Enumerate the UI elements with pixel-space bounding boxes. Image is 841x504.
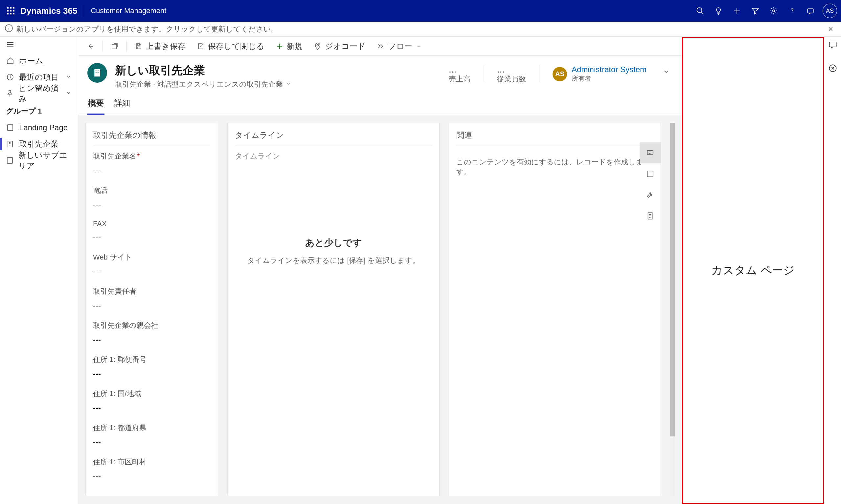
- chevron-down-icon: [286, 80, 291, 89]
- form-field[interactable]: 取引先責任者---: [93, 286, 210, 311]
- divider: [84, 5, 84, 16]
- main-content: 上書き保存 保存して閉じる 新規 ジオコード フロー: [78, 37, 682, 504]
- stat-label: 従業員数: [497, 74, 526, 84]
- record-title: 新しい取引先企業: [115, 63, 441, 78]
- field-value[interactable]: ---: [93, 402, 210, 413]
- svg-rect-25: [647, 171, 653, 177]
- page-icon: [6, 156, 14, 165]
- open-new-window-button[interactable]: [106, 39, 123, 53]
- form-field[interactable]: 住所 1: 都道府県---: [93, 423, 210, 447]
- svg-rect-14: [7, 125, 13, 131]
- svg-rect-17: [112, 44, 117, 49]
- new-button[interactable]: 新規: [271, 39, 307, 53]
- pane-close-icon[interactable]: [828, 64, 837, 74]
- flow-icon: [377, 42, 385, 50]
- user-avatar[interactable]: AS: [823, 4, 837, 18]
- field-value[interactable]: ---: [93, 266, 210, 276]
- rail-panel-icon[interactable]: [640, 163, 660, 184]
- rail-doc-icon[interactable]: [640, 205, 660, 227]
- geocode-button[interactable]: ジオコード: [309, 39, 370, 53]
- nav-label: 取引先企業: [19, 139, 58, 149]
- form-field[interactable]: 電話---: [93, 185, 210, 210]
- site-map: ホーム 最近の項目 ピン留め済み グループ 1 Landing Page 取引先…: [0, 37, 78, 504]
- nav-label: 新しいサブエリア: [18, 150, 72, 171]
- filter-icon[interactable]: [747, 3, 763, 19]
- gear-icon[interactable]: [766, 3, 782, 19]
- button-label: 保存して閉じる: [208, 41, 264, 52]
- tab-details[interactable]: 詳細: [114, 95, 131, 115]
- field-value[interactable]: ---: [93, 368, 210, 379]
- popout-icon: [111, 42, 119, 50]
- nav-home[interactable]: ホーム: [0, 53, 78, 69]
- form-field[interactable]: 取引先企業の親会社---: [93, 321, 210, 345]
- form-field[interactable]: Web サイト---: [93, 252, 210, 276]
- svg-rect-5: [13, 10, 15, 12]
- svg-rect-4: [10, 10, 12, 12]
- save-button[interactable]: 上書き保存: [130, 39, 190, 53]
- nav-pinned[interactable]: ピン留め済み: [0, 85, 78, 102]
- account-info-section: 取引先企業の情報 取引先企業名---電話---FAX---Web サイト---取…: [85, 123, 218, 496]
- button-label: ジオコード: [325, 41, 366, 52]
- info-icon: [5, 24, 13, 34]
- form-field[interactable]: 住所 1: 郵便番号---: [93, 355, 210, 379]
- field-value[interactable]: ---: [93, 199, 210, 210]
- page-icon: [6, 123, 15, 132]
- rail-wrench-icon[interactable]: [640, 184, 660, 205]
- building-icon: [6, 140, 15, 148]
- nav-label: ピン留め済み: [18, 83, 61, 104]
- hamburger-icon[interactable]: [0, 37, 78, 53]
- separator: [126, 41, 127, 52]
- svg-rect-8: [13, 13, 15, 15]
- scrollbar[interactable]: [670, 123, 675, 496]
- related-section: 関連 このコンテンツを有効にするには、レコードを作成します。: [449, 123, 661, 496]
- product-brand[interactable]: Dynamics 365: [20, 6, 77, 16]
- timeline-empty-state: あと少しです タイムラインを表示するには [保存] を選択します。: [235, 237, 432, 266]
- form-field[interactable]: FAX---: [93, 219, 210, 242]
- svg-rect-23: [98, 72, 99, 73]
- field-value[interactable]: ---: [93, 300, 210, 311]
- svg-rect-0: [7, 7, 8, 8]
- pane-chat-icon[interactable]: [828, 40, 837, 51]
- field-value[interactable]: ---: [93, 165, 210, 176]
- assistant-icon[interactable]: [802, 3, 819, 19]
- flow-button[interactable]: フロー: [372, 39, 426, 53]
- rail-assistant-icon[interactable]: [640, 142, 660, 163]
- close-icon[interactable]: ×: [825, 24, 836, 34]
- svg-rect-20: [96, 71, 97, 72]
- field-value[interactable]: ---: [93, 437, 210, 447]
- form-field[interactable]: 取引先企業名---: [93, 151, 210, 176]
- expand-header-button[interactable]: [660, 65, 673, 79]
- field-value[interactable]: ---: [93, 232, 210, 242]
- plus-icon[interactable]: [728, 3, 745, 19]
- nav-new-subarea[interactable]: 新しいサブエリア: [0, 152, 78, 169]
- svg-point-9: [697, 7, 702, 13]
- field-value[interactable]: ---: [93, 335, 210, 345]
- chevron-down-icon: [65, 73, 72, 82]
- scrollbar-thumb[interactable]: [670, 123, 675, 436]
- nav-label: Landing Page: [19, 123, 68, 132]
- record-subtitle[interactable]: 取引先企業 · 対話型エクスペリエンスの取引先企業: [115, 79, 441, 89]
- help-icon[interactable]: [784, 3, 800, 19]
- owner-block[interactable]: AS Administrator System 所有者: [552, 65, 647, 83]
- nav-group-label: グループ 1: [0, 102, 78, 120]
- nav-landing-page[interactable]: Landing Page: [0, 120, 78, 136]
- update-banner[interactable]: 新しいバージョンのアプリを使用できます。クリックして更新してください。 ×: [0, 22, 841, 37]
- home-icon: [6, 56, 15, 65]
- form-field[interactable]: 住所 1: 国/地域---: [93, 389, 210, 413]
- section-title: 取引先企業の情報: [93, 130, 210, 145]
- svg-rect-2: [13, 7, 15, 8]
- app-launcher-icon[interactable]: [4, 4, 18, 18]
- svg-rect-16: [7, 158, 13, 163]
- tab-summary[interactable]: 概要: [87, 95, 104, 115]
- form-body: 取引先企業の情報 取引先企業名---電話---FAX---Web サイト---取…: [78, 115, 682, 504]
- back-button[interactable]: [82, 39, 99, 53]
- owner-name: Administrator System: [572, 65, 647, 74]
- save-close-button[interactable]: 保存して閉じる: [192, 39, 269, 53]
- search-icon[interactable]: [692, 3, 708, 19]
- svg-point-10: [773, 10, 775, 12]
- empty-title: あと少しです: [235, 237, 432, 249]
- form-field[interactable]: 住所 1: 市区町村---: [93, 457, 210, 481]
- svg-rect-19: [94, 69, 100, 77]
- field-value[interactable]: ---: [93, 471, 210, 481]
- lightbulb-icon[interactable]: [710, 3, 727, 19]
